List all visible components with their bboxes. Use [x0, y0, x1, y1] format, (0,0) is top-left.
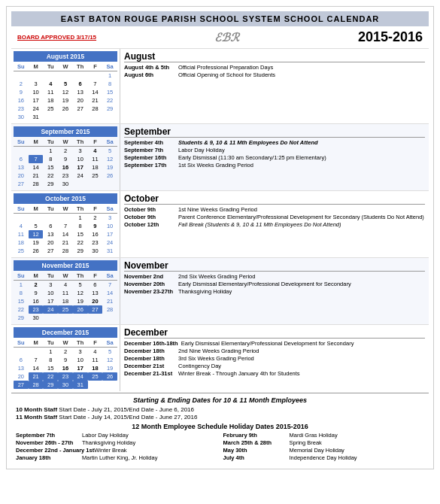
cal-day-cell: 10	[29, 88, 44, 96]
cal-day-cell: 10	[102, 222, 117, 230]
cal-day-cell: 21	[29, 372, 44, 381]
cal-day-cell: 13	[14, 163, 29, 172]
cal-day-cell: 24	[102, 238, 117, 247]
event-row: September 17th1st Six Weeks Grading Peri…	[124, 162, 425, 169]
holiday-item: September 7thLabor Day Holiday	[16, 432, 217, 439]
cal-day-cell: 19	[73, 297, 88, 305]
cal-day-cell	[88, 71, 103, 80]
event-desc: Thanksgiving Holiday	[178, 288, 425, 295]
cal-day-cell: 22	[43, 372, 58, 381]
cal-day-header: Su	[14, 62, 29, 71]
cal-day-cell	[102, 113, 117, 121]
cal-day-cell	[29, 348, 44, 356]
month-label-0: August	[124, 51, 425, 62]
cal-day-cell: 4	[88, 147, 103, 155]
cal-day-cell: 1	[43, 348, 58, 356]
cal-day-cell	[73, 113, 88, 121]
cal-day-cell: 15	[43, 364, 58, 372]
event-date: August 4th & 5th	[124, 64, 178, 71]
event-row: December 21stContingency Day	[124, 363, 425, 369]
holiday-item: May 30thMemorial Day Holiday	[223, 447, 425, 454]
cal-day-header: Sa	[102, 205, 117, 214]
cal-day-cell: 3	[43, 281, 58, 289]
cal-day-cell: 30	[14, 113, 29, 121]
cal-day-cell: 19	[102, 364, 117, 372]
cal-day-cell: 21	[88, 96, 103, 105]
event-row: August 6thOfficial Opening of School for…	[124, 71, 425, 78]
cal-day-header: M	[29, 339, 44, 348]
holiday-desc: Mardi Gras Holiday	[290, 432, 338, 439]
cal-day-cell: 8	[43, 155, 58, 163]
cal-day-cell: 27	[14, 381, 29, 389]
cal-day-header: F	[88, 272, 103, 281]
event-date: August 6th	[124, 71, 178, 78]
cal-day-cell: 20	[14, 372, 29, 381]
month-label-1: September	[124, 126, 425, 138]
event-row: October 9th1st Nine Weeks Grading Period	[124, 206, 425, 213]
holiday-section-title: 12 Month Employee Schedule Holiday Dates…	[16, 423, 424, 430]
cal-day-cell: 14	[102, 289, 117, 297]
cal-day-cell: 7	[88, 80, 103, 88]
staff-label: 11 Month Staff	[16, 414, 57, 421]
cal-day-cell: 21	[29, 172, 44, 180]
cal-day-cell: 6	[43, 222, 58, 230]
cal-day-cell: 16	[14, 96, 29, 105]
holiday-date: February 9th	[223, 432, 290, 439]
cal-day-cell: 13	[73, 88, 88, 96]
cal-day-cell: 11	[43, 88, 58, 96]
cal-day-cell	[88, 180, 103, 188]
event-date: September 7th	[124, 147, 178, 153]
event-desc: Early Dismissal Elementary/Professional …	[178, 281, 425, 287]
cal-day-cell: 11	[88, 155, 103, 163]
cal-header-1: September 2015	[14, 126, 117, 137]
cal-day-cell: 29	[102, 105, 117, 113]
cal-day-cell: 20	[14, 172, 29, 180]
cal-day-cell: 1	[43, 147, 58, 155]
footer-section: Starting & Ending Dates for 10 & 11 Mont…	[11, 393, 429, 464]
staff-lines: 10 Month Staff Start Date - July 21, 201…	[16, 406, 424, 421]
month-section-4: December 2015SuMTuWThFSa1234567891011121…	[11, 324, 429, 391]
cal-day-header: M	[29, 205, 44, 214]
cal-day-cell: 5	[102, 147, 117, 155]
event-desc: 1st Six Weeks Grading Period	[178, 162, 425, 169]
cal-day-header: Sa	[102, 339, 117, 348]
event-row: November 20thEarly Dismissal Elementary/…	[124, 281, 425, 287]
cal-day-cell: 19	[58, 96, 73, 105]
cal-day-cell: 19	[102, 163, 117, 172]
month-label-4: December	[124, 327, 425, 339]
cal-day-cell: 27	[14, 180, 29, 188]
event-date: December 21-31st	[124, 370, 178, 377]
cal-day-cell: 12	[58, 88, 73, 96]
cal-day-header: Sa	[102, 62, 117, 71]
cal-day-cell: 16	[58, 364, 73, 372]
cal-day-cell: 8	[43, 356, 58, 364]
event-desc: Early Dismissal Elementary/Professional …	[181, 340, 425, 347]
cal-day-cell: 26	[29, 247, 44, 255]
cal-day-cell: 5	[102, 348, 117, 356]
cal-day-cell	[29, 147, 44, 155]
holiday-item: December 22nd - January 1stWinter Break	[16, 447, 217, 454]
cal-day-cell: 18	[88, 163, 103, 172]
mini-cal-1: September 2015SuMTuWThFSa123456789101112…	[11, 124, 120, 190]
events-panel-0: AugustAugust 4th & 5thOfficial Professio…	[120, 49, 429, 123]
cal-day-cell	[43, 113, 58, 121]
cal-day-cell: 20	[43, 238, 58, 247]
event-row: December 18th3rd Six Weeks Grading Perio…	[124, 355, 425, 362]
cal-day-cell: 16	[88, 230, 103, 238]
cal-day-cell: 16	[58, 163, 73, 172]
cal-day-cell: 17	[73, 364, 88, 372]
cal-day-cell	[58, 314, 73, 322]
cal-day-cell: 28	[29, 381, 44, 389]
cal-day-cell: 22	[43, 172, 58, 180]
header-title: EAST BATON ROUGE PARISH SCHOOL SYSTEM SC…	[11, 11, 429, 26]
cal-day-cell: 3	[73, 147, 88, 155]
cal-day-cell: 15	[14, 297, 29, 305]
holiday-date: May 30th	[223, 447, 290, 454]
cal-day-cell: 27	[43, 247, 58, 255]
cal-day-cell: 26	[102, 172, 117, 180]
staff-row: 10 Month Staff Start Date - July 21, 201…	[16, 406, 424, 413]
cal-day-cell	[14, 147, 29, 155]
cal-day-cell: 15	[73, 230, 88, 238]
cal-day-cell: 7	[29, 155, 44, 163]
cal-day-header: W	[58, 62, 73, 71]
